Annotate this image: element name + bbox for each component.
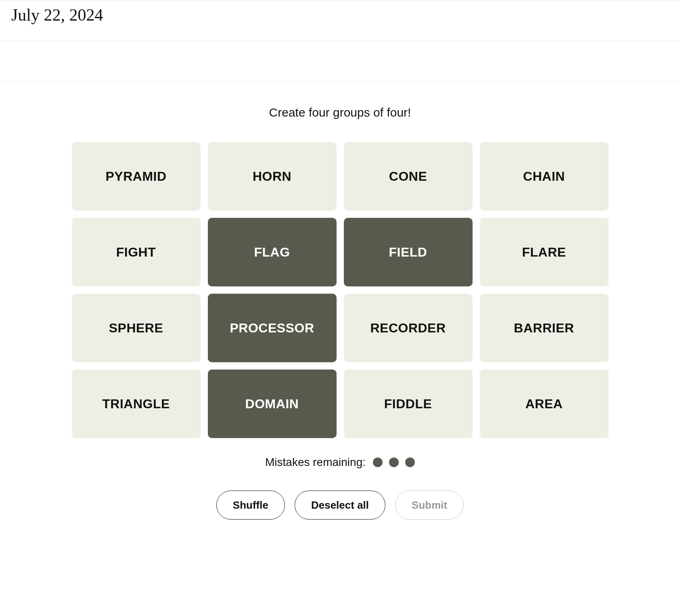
word-tile[interactable]: AREA bbox=[480, 370, 609, 438]
word-tile[interactable]: FLAG bbox=[208, 218, 337, 286]
word-tile[interactable]: DOMAIN bbox=[208, 370, 337, 438]
word-tile[interactable]: PYRAMID bbox=[72, 142, 201, 211]
date-bar: July 22, 2024 bbox=[0, 0, 680, 41]
mistake-dot bbox=[405, 457, 415, 467]
word-tile[interactable]: CONE bbox=[344, 142, 473, 211]
game-main: Create four groups of four! PYRAMIDHORNC… bbox=[0, 81, 680, 520]
word-tile[interactable]: RECORDER bbox=[344, 294, 473, 362]
deselect-all-button[interactable]: Deselect all bbox=[295, 491, 385, 520]
word-tile[interactable]: FIGHT bbox=[72, 218, 201, 286]
mistake-dot bbox=[373, 457, 383, 467]
shuffle-button[interactable]: Shuffle bbox=[216, 491, 285, 520]
page-date: July 22, 2024 bbox=[11, 5, 669, 25]
word-tile[interactable]: SPHERE bbox=[72, 294, 201, 362]
submit-button: Submit bbox=[395, 491, 464, 520]
spacer bbox=[0, 41, 680, 81]
mistakes-dots bbox=[373, 457, 415, 467]
mistakes-row: Mistakes remaining: bbox=[0, 456, 680, 469]
word-tile[interactable]: FLARE bbox=[480, 218, 609, 286]
word-tile[interactable]: FIELD bbox=[344, 218, 473, 286]
word-tile[interactable]: HORN bbox=[208, 142, 337, 211]
tile-grid: PYRAMIDHORNCONECHAINFIGHTFLAGFIELDFLARES… bbox=[72, 142, 609, 438]
word-tile[interactable]: FIDDLE bbox=[344, 370, 473, 438]
word-tile[interactable]: TRIANGLE bbox=[72, 370, 201, 438]
word-tile[interactable]: BARRIER bbox=[480, 294, 609, 362]
mistakes-label: Mistakes remaining: bbox=[265, 456, 366, 469]
mistake-dot bbox=[389, 457, 399, 467]
instruction-text: Create four groups of four! bbox=[0, 106, 680, 119]
word-tile[interactable]: PROCESSOR bbox=[208, 294, 337, 362]
action-buttons: Shuffle Deselect all Submit bbox=[0, 491, 680, 520]
word-tile[interactable]: CHAIN bbox=[480, 142, 609, 211]
